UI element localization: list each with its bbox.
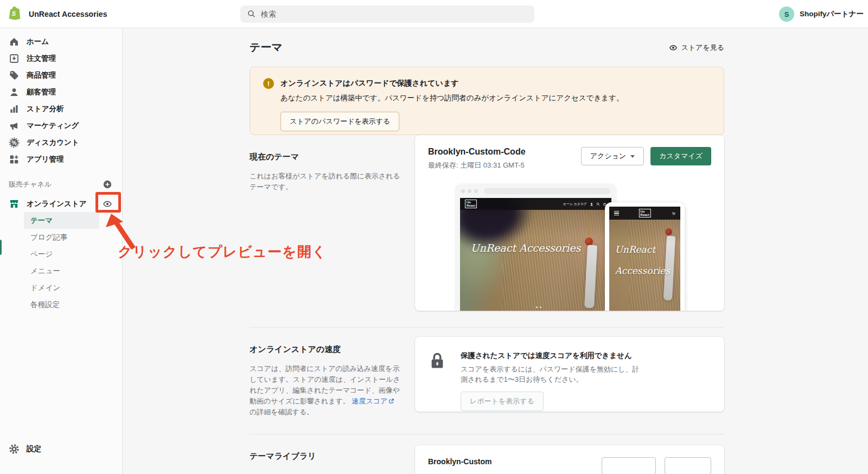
lock-icon xyxy=(428,351,446,398)
sidebar-item-marketing[interactable]: マーケティング xyxy=(0,117,122,134)
sidebar-subitem-domains[interactable]: ドメイン xyxy=(24,279,99,296)
search-input[interactable] xyxy=(261,10,528,18)
discounts-icon: % xyxy=(9,137,20,148)
sidebar-item-home[interactable]: ホーム xyxy=(0,33,122,50)
sidebar-item-label: アプリ管理 xyxy=(27,155,63,164)
current-theme-description: これはお客様がストアを訪れる際に表示されるテーマです。 xyxy=(250,171,401,193)
sidebar-item-label: 商品管理 xyxy=(27,71,56,80)
topbar: S UnReact Accessories S Shopifyパートナー xyxy=(0,0,868,28)
sidebar-subitem-pages[interactable]: ページ xyxy=(24,246,99,262)
speed-card-body: スコアを表示するには、パスワード保護を無効にし、計測されるまで1〜3日お待ちくだ… xyxy=(461,364,640,385)
view-store-link[interactable]: ストアを見る xyxy=(669,43,724,53)
search-icon xyxy=(247,9,257,19)
library-action-button[interactable] xyxy=(602,457,656,474)
library-theme-card: Brooklyn-Custom xyxy=(415,445,724,474)
speed-description-text2: の詳細を確認する。 xyxy=(250,408,314,416)
sidebar-item-discounts[interactable]: % ディスカウント xyxy=(0,134,122,151)
sidebar-item-analytics[interactable]: ストア分析 xyxy=(0,100,122,117)
speed-card: 保護されたストアでは速度スコアを利用できません スコアを表示するには、パスワード… xyxy=(415,337,724,412)
hero-script-text-line2: Accessories xyxy=(615,265,669,276)
store-brand[interactable]: S UnReact Accessories xyxy=(0,5,107,23)
add-sales-channel-button[interactable] xyxy=(101,178,113,190)
sidebar-item-customers[interactable]: 顧客管理 xyxy=(0,84,122,100)
password-protected-banner: ! オンラインストアはパスワードで保護されています あなたのストアは構築中です。… xyxy=(250,67,724,135)
current-theme-title: 現在のテーマ xyxy=(250,135,401,162)
photo-overlay xyxy=(460,198,611,311)
browser-chrome xyxy=(456,184,616,198)
customers-icon xyxy=(9,87,20,98)
current-theme-section: 現在のテーマ これはお客様がストアを訪れる際に表示されるテーマです。 Brook… xyxy=(250,135,724,311)
user-name: Shopifyパートナー xyxy=(800,9,864,19)
storefront-logo: Un React xyxy=(465,200,477,208)
search-box[interactable] xyxy=(240,5,534,23)
storefront-icon xyxy=(9,198,20,209)
sidebar-item-label: 注文管理 xyxy=(27,54,56,63)
theme-actions-dropdown[interactable]: アクション xyxy=(581,147,644,165)
carousel-dots xyxy=(536,306,541,308)
customize-button[interactable]: カスタマイズ xyxy=(650,147,711,165)
theme-preview: Un React ホーム カタログ UnReact A xyxy=(415,183,724,311)
view-store-label: ストアを見る xyxy=(681,43,724,53)
sidebar-item-settings[interactable]: 設定 xyxy=(0,440,122,457)
warning-icon: ! xyxy=(263,78,274,89)
hero-script-text: UnReact Accessories xyxy=(471,242,581,254)
browser-dot-icon xyxy=(474,189,478,193)
customize-label: カスタマイズ xyxy=(659,151,703,161)
library-action-button[interactable] xyxy=(665,457,711,474)
sidebar-item-label: オンラインストア xyxy=(27,199,87,209)
selected-item-indicator xyxy=(0,240,2,255)
eye-icon xyxy=(669,43,678,52)
mobile-preview-mockup: Un React UnReact Accessories xyxy=(605,202,685,311)
store-name: UnReact Accessories xyxy=(29,10,107,18)
show-store-password-button[interactable]: ストアのパスワードを表示する xyxy=(280,112,399,131)
user-menu[interactable]: S Shopifyパートナー xyxy=(779,0,864,28)
sales-channels-label: 販売チャネル xyxy=(9,180,101,189)
storefront-hero-image-mobile: Un React UnReact Accessories xyxy=(609,207,680,311)
sidebar-subitem-themes[interactable]: テーマ xyxy=(24,212,99,229)
theme-library-section: テーマライブラリ Brooklyn-Custom xyxy=(250,434,724,474)
view-report-button-disabled[interactable]: レポートを表示する xyxy=(461,392,544,411)
browser-dot-icon xyxy=(461,189,465,193)
storefront-header-mobile: Un React xyxy=(609,207,680,220)
products-tag-icon xyxy=(9,70,20,81)
avatar: S xyxy=(779,7,794,22)
theme-name: Brooklyn-Custom-Code xyxy=(428,147,526,157)
speed-score-link[interactable]: 速度スコア xyxy=(352,397,387,405)
sidebar-item-products[interactable]: 商品管理 xyxy=(0,67,122,84)
online-store-preview-eye-button[interactable] xyxy=(101,198,113,210)
speed-section-title: オンラインストアの速度 xyxy=(250,328,401,355)
sidebar-item-label: マーケティング xyxy=(27,121,79,131)
sidebar-subitem-blog-posts[interactable]: ブログ記事 xyxy=(24,229,99,246)
external-link-icon xyxy=(388,398,394,404)
sales-channels-header: 販売チャネル xyxy=(0,176,122,193)
sidebar-item-orders[interactable]: 注文管理 xyxy=(0,50,122,67)
speed-card-title: 保護されたストアでは速度スコアを利用できません xyxy=(461,351,640,361)
shopify-logo-icon: S xyxy=(8,5,24,23)
sidebar-subitem-navigation[interactable]: メニュー xyxy=(24,262,99,279)
svg-text:S: S xyxy=(12,10,16,17)
orders-icon xyxy=(9,53,20,64)
store-speed-section: オンラインストアの速度 スコアは、訪問者にストアの読み込み速度を示しています。ス… xyxy=(250,328,724,418)
browser-address-bar xyxy=(484,188,610,194)
apps-icon xyxy=(9,154,20,165)
actions-label: アクション xyxy=(590,151,627,161)
gear-icon xyxy=(9,444,20,454)
sidebar-item-label: ホーム xyxy=(27,37,49,47)
caret-down-icon xyxy=(630,155,635,158)
search-icon xyxy=(596,202,600,206)
current-theme-card: Brooklyn-Custom-Code 最終保存: 土曜日 03:31 GMT… xyxy=(415,135,724,311)
storefront-header: Un React ホーム カタログ xyxy=(460,198,611,210)
hamburger-menu-icon xyxy=(614,211,619,216)
sidebar-item-apps[interactable]: アプリ管理 xyxy=(0,151,122,168)
speed-section-description: スコアは、訪問者にストアの読み込み速度を示しています。ストアの速度は、インストー… xyxy=(250,363,401,418)
sidebar-item-label: ストア分析 xyxy=(27,104,63,114)
hero-script-text-line1: UnReact xyxy=(615,244,655,255)
browser-dot-icon xyxy=(468,189,471,193)
storefront-logo: Un React xyxy=(639,209,650,217)
storefront-nav-links: ホーム カタログ xyxy=(563,202,587,207)
marketing-megaphone-icon xyxy=(9,120,20,131)
sidebar-item-online-store[interactable]: オンラインストア xyxy=(0,195,122,212)
sidebar-subitem-preferences[interactable]: 各種設定 xyxy=(24,296,99,313)
home-icon xyxy=(9,36,20,47)
theme-last-saved: 最終保存: 土曜日 03:31 GMT-5 xyxy=(428,161,526,170)
